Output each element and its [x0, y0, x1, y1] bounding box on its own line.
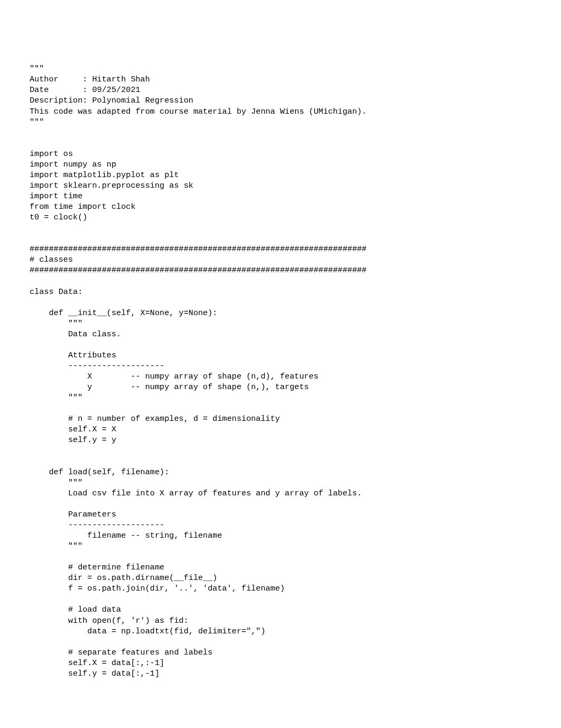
- code-line: Attributes: [30, 350, 540, 361]
- code-line: [30, 127, 540, 138]
- code-line: [30, 594, 540, 604]
- code-line: Parameters: [30, 509, 540, 520]
- code-line: Description: Polynomial Regression: [30, 95, 540, 106]
- code-line: """: [30, 477, 540, 488]
- code-line: t0 = clock(): [30, 212, 540, 223]
- code-line: Date : 09/25/2021: [30, 85, 540, 95]
- code-line: [30, 403, 540, 413]
- code-line: ########################################…: [30, 244, 540, 254]
- code-line: # classes: [30, 254, 540, 265]
- code-line: filename -- string, filename: [30, 530, 540, 541]
- code-line: """: [30, 318, 540, 329]
- code-line: self.X = X: [30, 424, 540, 435]
- code-line: """: [30, 541, 540, 551]
- code-line: [30, 223, 540, 233]
- code-line: [30, 499, 540, 509]
- code-line: from time import clock: [30, 201, 540, 212]
- code-line: import numpy as np: [30, 159, 540, 170]
- code-line: self.y = data[:,-1]: [30, 668, 540, 679]
- code-line: This code was adapted from course materi…: [30, 106, 540, 117]
- code-line: """: [30, 117, 540, 127]
- code-document: """Author : Hitarth ShahDate : 09/25/202…: [30, 63, 540, 679]
- code-line: [30, 138, 540, 149]
- code-line: with open(f, 'r') as fid:: [30, 615, 540, 626]
- code-line: [30, 339, 540, 350]
- code-line: Load csv file into X array of features a…: [30, 488, 540, 499]
- code-line: import matplotlib.pyplot as plt: [30, 170, 540, 180]
- code-line: [30, 637, 540, 647]
- code-line: [30, 456, 540, 467]
- code-line: import sklearn.preprocessing as sk: [30, 180, 540, 191]
- code-line: [30, 276, 540, 287]
- code-line: self.X = data[:,:-1]: [30, 658, 540, 668]
- code-line: def __init__(self, X=None, y=None):: [30, 308, 540, 318]
- code-line: data = np.loadtxt(fid, delimiter=","): [30, 626, 540, 637]
- code-line: """: [30, 392, 540, 403]
- code-line: ########################################…: [30, 265, 540, 275]
- code-line: class Data:: [30, 287, 540, 297]
- code-line: import time: [30, 191, 540, 201]
- code-line: Data class.: [30, 329, 540, 339]
- code-line: dir = os.path.dirname(__file__): [30, 573, 540, 583]
- code-line: # determine filename: [30, 562, 540, 573]
- code-line: import os: [30, 149, 540, 159]
- code-line: y -- numpy array of shape (n,), targets: [30, 382, 540, 392]
- code-line: """: [30, 63, 540, 74]
- code-line: X -- numpy array of shape (n,d), feature…: [30, 371, 540, 382]
- code-line: [30, 551, 540, 562]
- code-line: [30, 446, 540, 456]
- code-line: # n = number of examples, d = dimensiona…: [30, 413, 540, 424]
- code-line: def load(self, filename):: [30, 467, 540, 477]
- code-line: # separate features and labels: [30, 647, 540, 658]
- code-line: Author : Hitarth Shah: [30, 74, 540, 85]
- code-line: --------------------: [30, 520, 540, 530]
- code-line: --------------------: [30, 361, 540, 371]
- code-line: [30, 297, 540, 308]
- code-line: [30, 233, 540, 244]
- code-line: self.y = y: [30, 435, 540, 445]
- code-line: f = os.path.join(dir, '..', 'data', file…: [30, 583, 540, 594]
- code-line: # load data: [30, 604, 540, 615]
